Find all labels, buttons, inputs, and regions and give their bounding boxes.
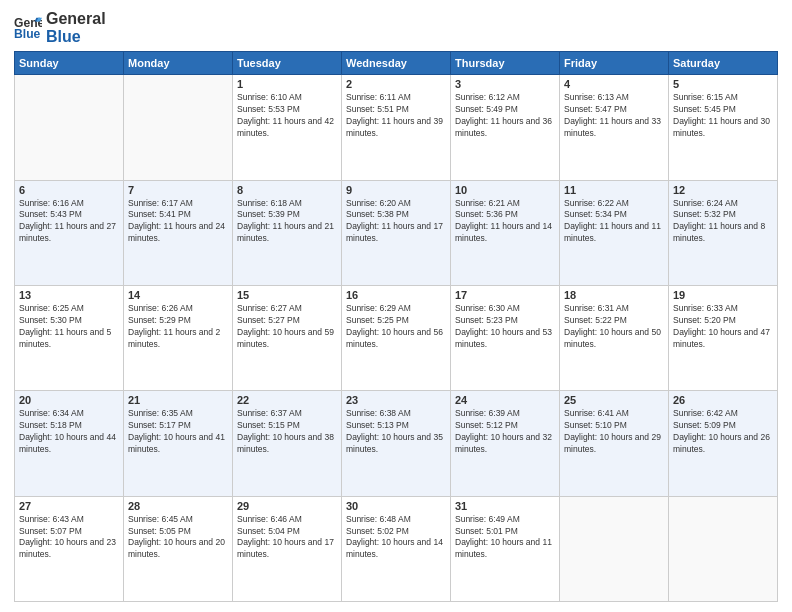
- weekday-header-friday: Friday: [560, 52, 669, 75]
- day-cell: 26Sunrise: 6:42 AM Sunset: 5:09 PM Dayli…: [669, 391, 778, 496]
- day-cell: 8Sunrise: 6:18 AM Sunset: 5:39 PM Daylig…: [233, 180, 342, 285]
- day-info: Sunrise: 6:25 AM Sunset: 5:30 PM Dayligh…: [19, 303, 119, 351]
- day-number: 2: [346, 78, 446, 90]
- day-cell: 1Sunrise: 6:10 AM Sunset: 5:53 PM Daylig…: [233, 75, 342, 180]
- day-info: Sunrise: 6:46 AM Sunset: 5:04 PM Dayligh…: [237, 514, 337, 562]
- day-info: Sunrise: 6:22 AM Sunset: 5:34 PM Dayligh…: [564, 198, 664, 246]
- day-info: Sunrise: 6:31 AM Sunset: 5:22 PM Dayligh…: [564, 303, 664, 351]
- day-cell: 29Sunrise: 6:46 AM Sunset: 5:04 PM Dayli…: [233, 496, 342, 601]
- day-number: 11: [564, 184, 664, 196]
- day-cell: 28Sunrise: 6:45 AM Sunset: 5:05 PM Dayli…: [124, 496, 233, 601]
- calendar-page: General Blue General Blue SundayMondayTu…: [0, 0, 792, 612]
- day-info: Sunrise: 6:37 AM Sunset: 5:15 PM Dayligh…: [237, 408, 337, 456]
- day-number: 20: [19, 394, 119, 406]
- day-number: 23: [346, 394, 446, 406]
- day-cell: [560, 496, 669, 601]
- day-number: 10: [455, 184, 555, 196]
- day-number: 14: [128, 289, 228, 301]
- day-info: Sunrise: 6:33 AM Sunset: 5:20 PM Dayligh…: [673, 303, 773, 351]
- day-info: Sunrise: 6:30 AM Sunset: 5:23 PM Dayligh…: [455, 303, 555, 351]
- day-number: 7: [128, 184, 228, 196]
- day-number: 8: [237, 184, 337, 196]
- day-cell: 22Sunrise: 6:37 AM Sunset: 5:15 PM Dayli…: [233, 391, 342, 496]
- day-number: 25: [564, 394, 664, 406]
- header: General Blue General Blue: [14, 10, 778, 45]
- day-info: Sunrise: 6:13 AM Sunset: 5:47 PM Dayligh…: [564, 92, 664, 140]
- day-number: 21: [128, 394, 228, 406]
- day-info: Sunrise: 6:18 AM Sunset: 5:39 PM Dayligh…: [237, 198, 337, 246]
- day-cell: 31Sunrise: 6:49 AM Sunset: 5:01 PM Dayli…: [451, 496, 560, 601]
- day-info: Sunrise: 6:21 AM Sunset: 5:36 PM Dayligh…: [455, 198, 555, 246]
- day-info: Sunrise: 6:35 AM Sunset: 5:17 PM Dayligh…: [128, 408, 228, 456]
- day-info: Sunrise: 6:43 AM Sunset: 5:07 PM Dayligh…: [19, 514, 119, 562]
- weekday-header-monday: Monday: [124, 52, 233, 75]
- day-cell: 17Sunrise: 6:30 AM Sunset: 5:23 PM Dayli…: [451, 285, 560, 390]
- day-info: Sunrise: 6:45 AM Sunset: 5:05 PM Dayligh…: [128, 514, 228, 562]
- day-number: 1: [237, 78, 337, 90]
- day-info: Sunrise: 6:29 AM Sunset: 5:25 PM Dayligh…: [346, 303, 446, 351]
- day-cell: 3Sunrise: 6:12 AM Sunset: 5:49 PM Daylig…: [451, 75, 560, 180]
- day-number: 3: [455, 78, 555, 90]
- weekday-header-tuesday: Tuesday: [233, 52, 342, 75]
- day-number: 19: [673, 289, 773, 301]
- day-cell: 30Sunrise: 6:48 AM Sunset: 5:02 PM Dayli…: [342, 496, 451, 601]
- day-cell: [15, 75, 124, 180]
- day-cell: [124, 75, 233, 180]
- day-number: 12: [673, 184, 773, 196]
- day-info: Sunrise: 6:39 AM Sunset: 5:12 PM Dayligh…: [455, 408, 555, 456]
- weekday-header-thursday: Thursday: [451, 52, 560, 75]
- week-row-2: 6Sunrise: 6:16 AM Sunset: 5:43 PM Daylig…: [15, 180, 778, 285]
- day-cell: [669, 496, 778, 601]
- day-number: 13: [19, 289, 119, 301]
- day-info: Sunrise: 6:48 AM Sunset: 5:02 PM Dayligh…: [346, 514, 446, 562]
- day-cell: 25Sunrise: 6:41 AM Sunset: 5:10 PM Dayli…: [560, 391, 669, 496]
- day-number: 9: [346, 184, 446, 196]
- day-cell: 20Sunrise: 6:34 AM Sunset: 5:18 PM Dayli…: [15, 391, 124, 496]
- day-number: 15: [237, 289, 337, 301]
- day-info: Sunrise: 6:27 AM Sunset: 5:27 PM Dayligh…: [237, 303, 337, 351]
- day-info: Sunrise: 6:20 AM Sunset: 5:38 PM Dayligh…: [346, 198, 446, 246]
- week-row-1: 1Sunrise: 6:10 AM Sunset: 5:53 PM Daylig…: [15, 75, 778, 180]
- day-number: 5: [673, 78, 773, 90]
- day-cell: 27Sunrise: 6:43 AM Sunset: 5:07 PM Dayli…: [15, 496, 124, 601]
- day-info: Sunrise: 6:10 AM Sunset: 5:53 PM Dayligh…: [237, 92, 337, 140]
- day-cell: 2Sunrise: 6:11 AM Sunset: 5:51 PM Daylig…: [342, 75, 451, 180]
- day-cell: 19Sunrise: 6:33 AM Sunset: 5:20 PM Dayli…: [669, 285, 778, 390]
- logo-icon: General Blue: [14, 14, 42, 42]
- day-info: Sunrise: 6:42 AM Sunset: 5:09 PM Dayligh…: [673, 408, 773, 456]
- day-cell: 13Sunrise: 6:25 AM Sunset: 5:30 PM Dayli…: [15, 285, 124, 390]
- weekday-header-sunday: Sunday: [15, 52, 124, 75]
- day-info: Sunrise: 6:24 AM Sunset: 5:32 PM Dayligh…: [673, 198, 773, 246]
- day-info: Sunrise: 6:17 AM Sunset: 5:41 PM Dayligh…: [128, 198, 228, 246]
- svg-text:Blue: Blue: [14, 27, 41, 41]
- day-info: Sunrise: 6:41 AM Sunset: 5:10 PM Dayligh…: [564, 408, 664, 456]
- day-cell: 16Sunrise: 6:29 AM Sunset: 5:25 PM Dayli…: [342, 285, 451, 390]
- weekday-header-wednesday: Wednesday: [342, 52, 451, 75]
- logo: General Blue General Blue: [14, 10, 106, 45]
- day-cell: 12Sunrise: 6:24 AM Sunset: 5:32 PM Dayli…: [669, 180, 778, 285]
- day-cell: 6Sunrise: 6:16 AM Sunset: 5:43 PM Daylig…: [15, 180, 124, 285]
- day-cell: 4Sunrise: 6:13 AM Sunset: 5:47 PM Daylig…: [560, 75, 669, 180]
- day-number: 18: [564, 289, 664, 301]
- week-row-4: 20Sunrise: 6:34 AM Sunset: 5:18 PM Dayli…: [15, 391, 778, 496]
- day-number: 28: [128, 500, 228, 512]
- day-cell: 9Sunrise: 6:20 AM Sunset: 5:38 PM Daylig…: [342, 180, 451, 285]
- day-info: Sunrise: 6:49 AM Sunset: 5:01 PM Dayligh…: [455, 514, 555, 562]
- day-cell: 7Sunrise: 6:17 AM Sunset: 5:41 PM Daylig…: [124, 180, 233, 285]
- day-cell: 11Sunrise: 6:22 AM Sunset: 5:34 PM Dayli…: [560, 180, 669, 285]
- day-number: 30: [346, 500, 446, 512]
- day-cell: 24Sunrise: 6:39 AM Sunset: 5:12 PM Dayli…: [451, 391, 560, 496]
- day-number: 27: [19, 500, 119, 512]
- day-number: 26: [673, 394, 773, 406]
- day-number: 4: [564, 78, 664, 90]
- day-number: 29: [237, 500, 337, 512]
- day-info: Sunrise: 6:11 AM Sunset: 5:51 PM Dayligh…: [346, 92, 446, 140]
- day-info: Sunrise: 6:15 AM Sunset: 5:45 PM Dayligh…: [673, 92, 773, 140]
- day-info: Sunrise: 6:34 AM Sunset: 5:18 PM Dayligh…: [19, 408, 119, 456]
- day-number: 31: [455, 500, 555, 512]
- day-cell: 10Sunrise: 6:21 AM Sunset: 5:36 PM Dayli…: [451, 180, 560, 285]
- calendar-table: SundayMondayTuesdayWednesdayThursdayFrid…: [14, 51, 778, 602]
- day-number: 17: [455, 289, 555, 301]
- day-cell: 14Sunrise: 6:26 AM Sunset: 5:29 PM Dayli…: [124, 285, 233, 390]
- week-row-5: 27Sunrise: 6:43 AM Sunset: 5:07 PM Dayli…: [15, 496, 778, 601]
